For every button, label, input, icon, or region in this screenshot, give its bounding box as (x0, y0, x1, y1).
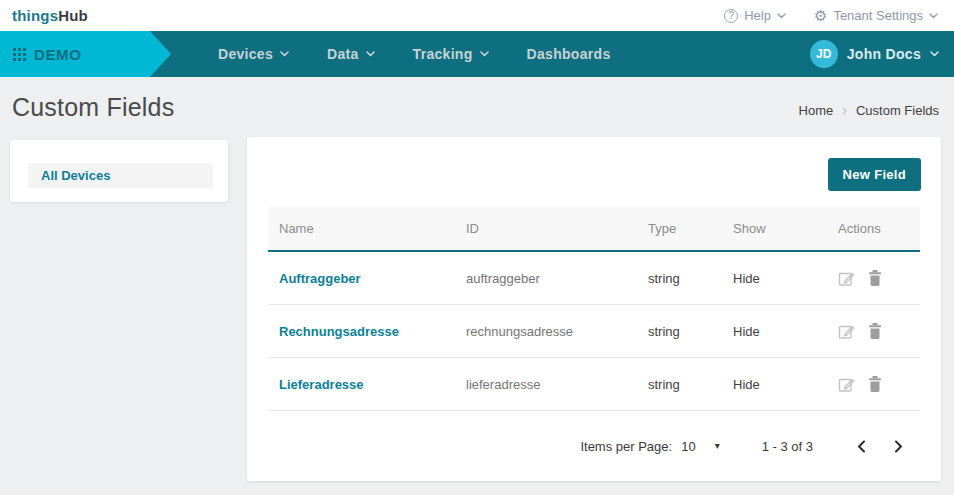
custom-fields-page: thingsHub ? Help ⚙ Tenant Settings (0, 0, 954, 495)
nav-items: Devices Data Tracking Dashboards (218, 46, 610, 62)
field-show: Hide (722, 377, 827, 392)
table-pagination: Items per Page: 10 ▾ 1 - 3 of 3 (247, 411, 941, 481)
column-header-name: Name (268, 221, 455, 236)
field-type: string (637, 271, 722, 286)
topbar-menus: ? Help ⚙ Tenant Settings (724, 8, 938, 23)
field-id: auftraggeber (455, 271, 637, 286)
nav-tracking-label: Tracking (413, 46, 473, 62)
chevron-down-icon (280, 51, 289, 57)
logo-hub: Hub (58, 7, 88, 24)
breadcrumb-current: Custom Fields (856, 103, 939, 118)
logo-things: things (12, 7, 58, 24)
nav-data-label: Data (327, 46, 359, 62)
delete-icon[interactable] (868, 376, 882, 392)
items-per-page-label: Items per Page: (580, 439, 672, 454)
table-header-row: Name ID Type Show Actions (268, 207, 920, 252)
custom-fields-card: New Field Name ID Type Show Actions Auft… (247, 137, 941, 481)
nav-dashboards-label: Dashboards (527, 46, 611, 62)
device-groups-card: All Devices (10, 140, 228, 202)
user-menu[interactable]: JD John Docs (810, 40, 939, 68)
tenant-label: DEMO (34, 46, 81, 63)
field-show: Hide (722, 271, 827, 286)
field-type: string (637, 324, 722, 339)
breadcrumb-separator-icon: › (842, 102, 847, 118)
chevron-down-icon (777, 13, 786, 19)
pager-controls (857, 440, 903, 453)
items-per-page-value: 10 (681, 439, 695, 454)
main-navbar: DEMO Devices Data Tracking Dashboards JD… (0, 31, 954, 77)
row-actions (827, 323, 920, 340)
table-row: Rechnungsadresse rechnungsadresse string… (268, 305, 920, 358)
select-caret-icon: ▾ (715, 441, 720, 451)
chevron-down-icon (366, 51, 375, 57)
column-header-show: Show (722, 221, 827, 236)
delete-icon[interactable] (868, 323, 882, 339)
page-title: Custom Fields (12, 93, 174, 122)
new-field-button[interactable]: New Field (828, 158, 921, 191)
items-per-page-select[interactable]: 10 ▾ (681, 439, 720, 454)
field-name-link[interactable]: Auftraggeber (268, 271, 455, 286)
field-type: string (637, 377, 722, 392)
tenant-settings-label: Tenant Settings (833, 8, 923, 23)
chevron-down-icon (930, 51, 939, 57)
gear-icon: ⚙ (814, 8, 827, 23)
user-name: John Docs (847, 46, 921, 62)
tenant-settings-menu[interactable]: ⚙ Tenant Settings (814, 8, 938, 23)
next-page-icon[interactable] (894, 440, 903, 453)
field-name-link[interactable]: Lieferadresse (268, 377, 455, 392)
column-header-id: ID (455, 221, 637, 236)
breadcrumb-home[interactable]: Home (799, 103, 834, 118)
chevron-down-icon (480, 51, 489, 57)
edit-icon[interactable] (838, 376, 855, 393)
previous-page-icon[interactable] (857, 440, 866, 453)
nav-item-devices[interactable]: Devices (218, 46, 289, 62)
nav-item-data[interactable]: Data (327, 46, 375, 62)
pagination-range-label: 1 - 3 of 3 (762, 439, 813, 454)
nav-devices-label: Devices (218, 46, 273, 62)
thingshub-logo[interactable]: thingsHub (12, 7, 88, 24)
page-head: Custom Fields Home › Custom Fields (0, 77, 954, 122)
top-bar: thingsHub ? Help ⚙ Tenant Settings (0, 0, 954, 31)
help-label: Help (744, 8, 771, 23)
custom-fields-table: Name ID Type Show Actions Auftraggeber a… (268, 207, 920, 411)
field-show: Hide (722, 324, 827, 339)
edit-icon[interactable] (838, 323, 855, 340)
help-icon: ? (724, 9, 738, 23)
field-id: lieferadresse (455, 377, 637, 392)
table-row: Lieferadresse lieferadresse string Hide (268, 358, 920, 411)
breadcrumb: Home › Custom Fields (799, 102, 939, 118)
chevron-down-icon (929, 13, 938, 19)
nav-item-dashboards[interactable]: Dashboards (527, 46, 611, 62)
table-row: Auftraggeber auftraggeber string Hide (268, 252, 920, 305)
column-header-actions: Actions (827, 221, 920, 236)
grid-icon (13, 48, 26, 61)
row-actions (827, 376, 920, 393)
column-header-type: Type (637, 221, 722, 236)
tenant-selector[interactable]: DEMO (0, 31, 173, 77)
field-name-link[interactable]: Rechnungsadresse (268, 324, 455, 339)
edit-icon[interactable] (838, 270, 855, 287)
nav-item-tracking[interactable]: Tracking (413, 46, 489, 62)
delete-icon[interactable] (868, 270, 882, 286)
field-id: rechnungsadresse (455, 324, 637, 339)
row-actions (827, 270, 920, 287)
help-menu[interactable]: ? Help (724, 8, 786, 23)
avatar: JD (810, 40, 838, 68)
sidebar-item-all-devices[interactable]: All Devices (28, 163, 213, 188)
